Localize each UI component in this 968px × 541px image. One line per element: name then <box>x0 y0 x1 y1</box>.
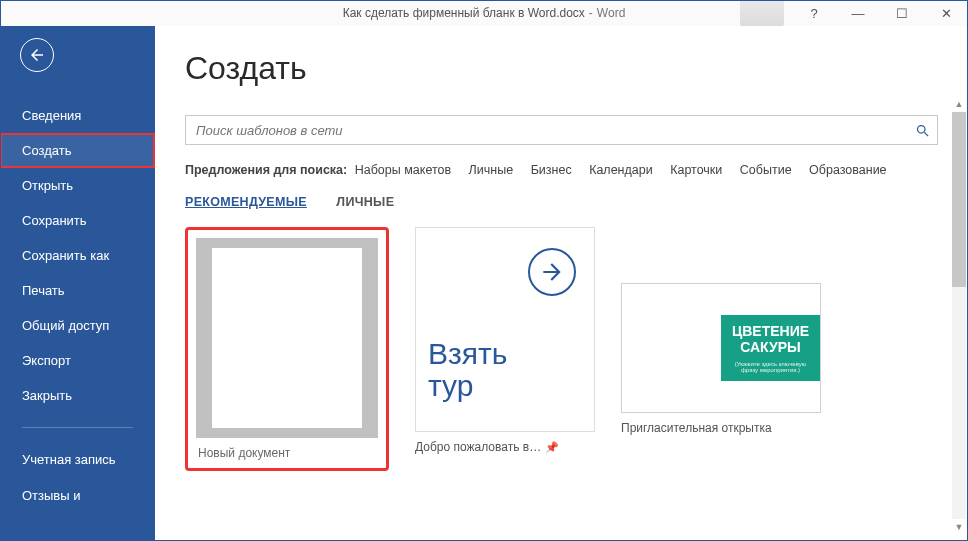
suggestions-label: Предложения для поиска: <box>185 163 347 177</box>
content: Создать Предложения для поиска: Наборы м… <box>155 26 968 541</box>
scroll-up-button[interactable]: ▲ <box>952 96 966 112</box>
suggestions: Предложения для поиска: Наборы макетов Л… <box>185 159 938 181</box>
sidebar-item-account[interactable]: Учетная запись <box>0 442 155 478</box>
suggestion-link[interactable]: Образование <box>809 163 886 177</box>
sidebar-item-feedback[interactable]: Отзывы и <box>0 478 155 513</box>
scroll-down-button[interactable]: ▼ <box>952 519 966 535</box>
sidebar-item-info[interactable]: Сведения <box>0 98 155 133</box>
pin-icon[interactable]: 📌 <box>545 441 559 453</box>
scroll-track[interactable] <box>952 112 966 519</box>
sidebar-item-share[interactable]: Общий доступ <box>0 308 155 343</box>
maximize-button[interactable]: ☐ <box>880 0 924 26</box>
template-invitation-thumb: ЦВЕТЕНИЕ САКУРЫ (Укажите здесь ключевую … <box>621 283 821 413</box>
svg-line-1 <box>924 132 928 136</box>
page-title: Создать <box>185 50 938 87</box>
search-row <box>185 115 938 145</box>
tabs: РЕКОМЕНДУЕМЫЕ ЛИЧНЫЕ <box>185 195 938 209</box>
tour-line1: Взять <box>428 338 507 370</box>
suggestion-link[interactable]: Карточки <box>670 163 722 177</box>
svg-point-0 <box>917 125 925 133</box>
template-tour-label: Добро пожаловать в…📌 <box>415 432 595 454</box>
user-block[interactable] <box>740 0 784 26</box>
search-button[interactable] <box>907 115 937 145</box>
suggestion-link[interactable]: Наборы макетов <box>355 163 451 177</box>
tab-personal[interactable]: ЛИЧНЫЕ <box>336 195 394 209</box>
close-button[interactable]: ✕ <box>924 0 968 26</box>
minimize-button[interactable]: — <box>836 0 880 26</box>
sidebar-item-export[interactable]: Экспорт <box>0 343 155 378</box>
suggestion-link[interactable]: Событие <box>740 163 792 177</box>
templates: Новый документ Взять тур Добро пожаловат… <box>185 227 938 471</box>
sidebar-item-save[interactable]: Сохранить <box>0 203 155 238</box>
nav-divider <box>22 427 133 428</box>
suggestion-link[interactable]: Личные <box>469 163 514 177</box>
app-name: Word <box>597 6 625 20</box>
template-blank-label: Новый документ <box>196 438 376 460</box>
template-invitation-label: Пригласительная открытка <box>621 413 821 435</box>
sidebar-item-open[interactable]: Открыть <box>0 168 155 203</box>
invitation-title: ЦВЕТЕНИЕ САКУРЫ <box>729 323 812 355</box>
title-separator: - <box>589 6 593 20</box>
help-button[interactable]: ? <box>792 0 836 26</box>
template-blank[interactable]: Новый документ <box>185 227 389 471</box>
tour-line2: тур <box>428 370 507 402</box>
search-input[interactable] <box>186 123 907 138</box>
sidebar: Сведения Создать Открыть Сохранить Сохра… <box>0 26 155 541</box>
blank-page-icon <box>212 248 362 428</box>
nav-primary: Сведения Создать Открыть Сохранить Сохра… <box>0 98 155 513</box>
arrow-left-icon <box>28 46 46 64</box>
sidebar-item-print[interactable]: Печать <box>0 273 155 308</box>
tab-recommended[interactable]: РЕКОМЕНДУЕМЫЕ <box>185 195 307 209</box>
title-bar: Как сделать фирменный бланк в Word.docx … <box>0 0 968 26</box>
search-icon <box>915 123 930 138</box>
scrollbar: ▲ ▼ <box>952 96 966 535</box>
invitation-sub: (Укажите здесь ключевую фразу мероприяти… <box>729 361 812 373</box>
template-tour[interactable]: Взять тур Добро пожаловать в…📌 <box>415 227 595 454</box>
template-tour-thumb: Взять тур <box>415 227 595 432</box>
suggestion-link[interactable]: Бизнес <box>531 163 572 177</box>
template-invitation[interactable]: ЦВЕТЕНИЕ САКУРЫ (Укажите здесь ключевую … <box>621 283 821 435</box>
template-blank-thumb <box>196 238 378 438</box>
doc-name: Как сделать фирменный бланк в Word.docx <box>343 6 585 20</box>
tour-text: Взять тур <box>428 338 507 401</box>
tour-arrow-icon <box>528 248 576 296</box>
scroll-thumb[interactable] <box>952 112 966 287</box>
invitation-text-panel: ЦВЕТЕНИЕ САКУРЫ (Укажите здесь ключевую … <box>721 315 820 381</box>
sidebar-item-close[interactable]: Закрыть <box>0 378 155 413</box>
suggestion-link[interactable]: Календари <box>589 163 653 177</box>
sidebar-item-saveas[interactable]: Сохранить как <box>0 238 155 273</box>
sidebar-item-create[interactable]: Создать <box>0 133 155 168</box>
back-button[interactable] <box>20 38 54 72</box>
